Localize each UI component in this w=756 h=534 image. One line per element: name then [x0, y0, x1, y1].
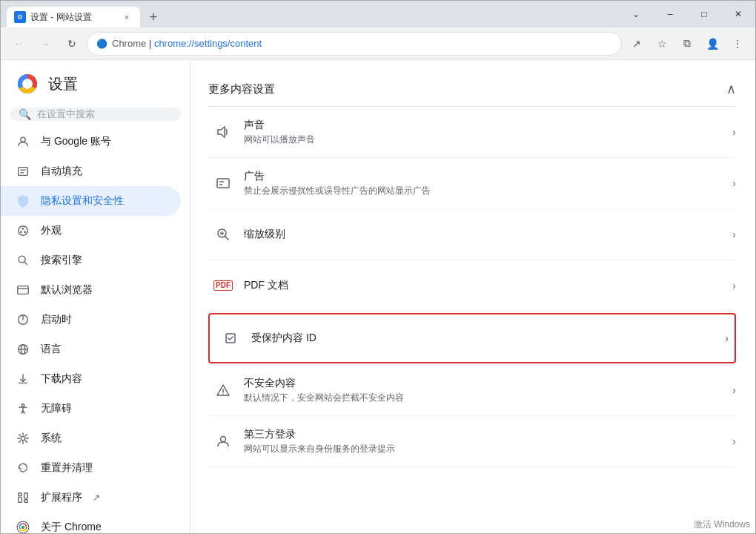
- setting-arrow-ads: ›: [732, 177, 736, 189]
- settings-header: 设置: [1, 60, 190, 108]
- back-button[interactable]: ←: [7, 32, 30, 56]
- svg-rect-29: [19, 497, 22, 502]
- section-title: 更多内容设置: [208, 82, 275, 96]
- svg-rect-14: [18, 286, 28, 294]
- svg-point-45: [221, 437, 226, 442]
- setting-row-unsafe[interactable]: 不安全内容默认情况下，安全网站会拦截不安全内容›: [208, 365, 736, 416]
- sidebar-item-accessibility[interactable]: 无障碍: [1, 394, 181, 423]
- windows-activation: 激活 Windows: [694, 518, 750, 531]
- sidebar-item-autofill[interactable]: 自动填充: [1, 156, 181, 186]
- sidebar-icon-autofill: [16, 164, 30, 179]
- setting-icon-sound: [208, 117, 238, 147]
- setting-arrow-thirdparty: ›: [732, 435, 736, 447]
- back-icon: ←: [13, 38, 24, 50]
- setting-row-ads[interactable]: 广告禁止会展示侵扰性或误导性广告的网站显示广告›: [208, 158, 736, 209]
- sidebar-item-google[interactable]: 与 Google 账号: [1, 127, 181, 156]
- svg-point-34: [21, 526, 25, 530]
- sidebar-icon-language: [16, 342, 30, 357]
- svg-point-3: [24, 80, 31, 88]
- setting-name-pdf: PDF 文档: [244, 278, 726, 293]
- sidebar-icon-about: [16, 520, 30, 533]
- sidebar-label-search: 搜索引擎: [41, 254, 82, 267]
- setting-row-protected[interactable]: 受保护内容 ID›: [208, 313, 736, 363]
- setting-text-unsafe: 不安全内容默认情况下，安全网站会拦截不安全内容: [238, 376, 732, 404]
- sidebar-label-privacy: 隐私设置和安全性: [41, 194, 124, 208]
- svg-point-28: [21, 436, 24, 440]
- bookmark-button[interactable]: ☆: [650, 32, 674, 56]
- setting-name-ads: 广告: [244, 169, 726, 184]
- sidebar-item-privacy[interactable]: 隐私设置和安全性: [1, 186, 181, 216]
- forward-button[interactable]: →: [33, 32, 57, 56]
- sidebar-icon-privacy: [16, 194, 30, 208]
- bookmark-icon: ☆: [657, 38, 667, 50]
- setting-name-sound: 声音: [244, 118, 726, 133]
- svg-rect-35: [217, 179, 229, 188]
- tab-search-button[interactable]: ⧉: [675, 32, 699, 56]
- refresh-button[interactable]: ↻: [60, 32, 84, 56]
- sidebar-icon-google: [16, 134, 30, 149]
- maximize-button[interactable]: □: [687, 1, 721, 27]
- sidebar-item-download[interactable]: 下载内容: [1, 364, 181, 394]
- sidebar-item-language[interactable]: 语言: [1, 334, 181, 364]
- svg-line-39: [225, 237, 229, 240]
- sidebar-item-appearance[interactable]: 外观: [1, 216, 181, 245]
- pdf-icon: PDF: [213, 280, 233, 291]
- sidebar-label-extensions: 扩展程序: [41, 491, 82, 504]
- svg-point-9: [22, 228, 24, 230]
- new-tab-button[interactable]: +: [143, 7, 164, 27]
- setting-text-zoom: 缩放级别: [238, 227, 732, 242]
- tab-search-icon: ⧉: [683, 37, 691, 50]
- tab-favicon: ⚙: [14, 11, 26, 23]
- close-icon: ✕: [735, 9, 742, 19]
- share-button[interactable]: ↗: [625, 32, 649, 56]
- main-area: 设置 🔍 在设置中搜索 与 Google 账号自动填充 隐私设置和安全性外观搜索…: [1, 60, 755, 533]
- sidebar-icon-browser: [16, 283, 30, 297]
- minimize-button[interactable]: –: [653, 1, 687, 27]
- sidebar-item-browser[interactable]: 默认浏览器: [1, 275, 181, 305]
- svg-point-23: [21, 404, 24, 407]
- sidebar-label-accessibility: 无障碍: [41, 402, 72, 415]
- sidebar-icon-system: [16, 431, 30, 446]
- svg-point-4: [21, 137, 25, 142]
- sidebar-item-about[interactable]: 关于 Chrome: [1, 512, 181, 533]
- sidebar-item-search[interactable]: 搜索引擎: [1, 245, 181, 275]
- settings-search-box[interactable]: 🔍 在设置中搜索: [10, 108, 181, 121]
- setting-desc-thirdparty: 网站可以显示来自身份服务的登录提示: [244, 443, 726, 455]
- setting-row-sound[interactable]: 声音网站可以播放声音›: [208, 107, 736, 158]
- section-header[interactable]: 更多内容设置 ∧: [208, 72, 736, 107]
- address-text: Chrome | chrome://settings/content: [112, 38, 262, 49]
- search-placeholder: 在设置中搜索: [37, 108, 95, 121]
- search-icon: 🔍: [19, 108, 31, 120]
- active-tab[interactable]: ⚙ 设置 - 网站设置 ×: [7, 7, 140, 27]
- forward-icon: →: [40, 38, 50, 50]
- url-separator: |: [149, 38, 154, 49]
- nav-right-buttons: ↗ ☆ ⧉ 👤 ⋮: [625, 32, 749, 56]
- setting-icon-ads: [208, 168, 238, 198]
- sidebar-item-reset[interactable]: 重置并清理: [1, 453, 181, 483]
- account-icon: 👤: [706, 38, 719, 50]
- setting-text-protected: 受保护内容 ID: [245, 331, 725, 346]
- sidebar-item-extensions[interactable]: 扩展程序↗: [1, 483, 181, 512]
- minimize-icon: –: [668, 9, 673, 19]
- setting-row-pdf[interactable]: PDFPDF 文档›: [208, 260, 736, 312]
- svg-line-13: [24, 262, 27, 264]
- section-toggle-icon[interactable]: ∧: [726, 81, 736, 97]
- sidebar-icon-accessibility: [16, 401, 30, 416]
- share-icon: ↗: [632, 38, 641, 50]
- close-button[interactable]: ✕: [721, 1, 755, 27]
- setting-row-thirdparty[interactable]: 第三方登录网站可以显示来自身份服务的登录提示›: [208, 416, 736, 467]
- maximize-icon: □: [701, 9, 706, 19]
- titlebar: ⚙ 设置 - 网站设置 × + ⌄ – □ ✕: [1, 1, 755, 27]
- tab-area: ⚙ 设置 - 网站设置 × +: [1, 1, 164, 27]
- setting-text-pdf: PDF 文档: [238, 278, 732, 293]
- sidebar-label-appearance: 外观: [41, 224, 62, 237]
- sidebar-item-system[interactable]: 系统: [1, 423, 181, 453]
- tab-close-button[interactable]: ×: [121, 11, 133, 23]
- address-bar[interactable]: 🔵 Chrome | chrome://settings/content: [87, 32, 622, 56]
- menu-button[interactable]: ⋮: [726, 32, 749, 56]
- setting-row-zoom[interactable]: 缩放级别›: [208, 209, 736, 260]
- chevron-down-button[interactable]: ⌄: [619, 1, 653, 27]
- svg-rect-32: [24, 500, 28, 503]
- account-button[interactable]: 👤: [700, 32, 724, 56]
- sidebar-item-startup[interactable]: 启动时: [1, 305, 181, 334]
